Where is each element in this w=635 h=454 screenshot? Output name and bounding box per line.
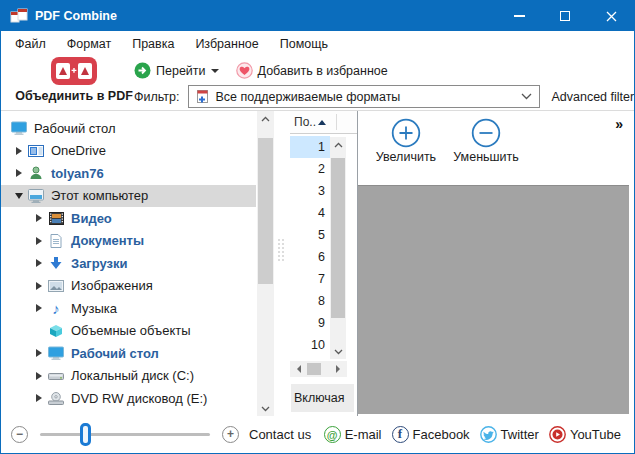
list-horizontal-scrollbar[interactable] bbox=[290, 361, 347, 377]
filter-combobox[interactable]: Все поддерживаемые форматы bbox=[188, 85, 540, 108]
go-button[interactable]: Перейти bbox=[134, 62, 219, 79]
disk-icon bbox=[47, 370, 65, 382]
expander-expanded-icon[interactable] bbox=[11, 193, 27, 199]
expander-collapsed-icon[interactable] bbox=[31, 259, 47, 267]
user-icon bbox=[27, 166, 45, 180]
scroll-right-icon[interactable] bbox=[336, 365, 344, 373]
expander-collapsed-icon[interactable] bbox=[31, 304, 47, 312]
slider-handle[interactable] bbox=[80, 423, 91, 446]
expander-collapsed-icon[interactable] bbox=[31, 214, 47, 222]
filter-row: Фильтр: Все поддерживаемые форматы Advan… bbox=[134, 85, 634, 108]
include-subfolders-button[interactable]: Включая bbox=[291, 384, 354, 412]
main-area: Рабочий стол OneDrive tolyan76 bbox=[1, 111, 634, 416]
minus-circle-icon bbox=[471, 118, 501, 148]
tree-item-onedrive[interactable]: OneDrive bbox=[1, 140, 256, 163]
tree-item-desktop-root[interactable]: Рабочий стол bbox=[1, 117, 256, 140]
scroll-down-icon[interactable] bbox=[330, 344, 346, 359]
expander-collapsed-icon[interactable] bbox=[31, 282, 47, 290]
scroll-up-icon[interactable] bbox=[257, 111, 274, 126]
expander-collapsed-icon[interactable] bbox=[31, 349, 47, 357]
more-tools-chevron[interactable]: » bbox=[615, 116, 623, 132]
social-links: E-mail Facebook Twitter YouTube bbox=[324, 426, 624, 443]
tree-item-documents[interactable]: Документы bbox=[1, 230, 256, 253]
youtube-icon bbox=[549, 426, 566, 443]
list-item[interactable]: 7 bbox=[290, 268, 330, 290]
youtube-link[interactable]: YouTube bbox=[549, 426, 621, 443]
tree-item-desktop[interactable]: Рабочий стол bbox=[1, 342, 256, 365]
list-item[interactable]: 10 bbox=[290, 334, 330, 356]
scroll-down-icon[interactable] bbox=[257, 401, 274, 416]
expander-collapsed-icon[interactable] bbox=[31, 237, 47, 245]
tree-item-dvd-drive-e[interactable]: DVD RW дисковод (E:) bbox=[1, 387, 256, 410]
combobox-chevron-icon[interactable] bbox=[521, 93, 532, 100]
tree-item-videos[interactable]: Видео bbox=[1, 207, 256, 230]
add-favorite-button[interactable]: Добавить в избранное bbox=[236, 62, 388, 79]
menu-file[interactable]: Файл bbox=[15, 37, 46, 51]
scroll-left-icon[interactable] bbox=[293, 365, 301, 373]
tree-vertical-scrollbar[interactable] bbox=[257, 111, 274, 416]
expander-collapsed-icon[interactable] bbox=[11, 147, 27, 155]
list-item[interactable]: 1 bbox=[290, 136, 330, 158]
menu-favorites[interactable]: Избранное bbox=[195, 37, 258, 51]
pdf-combine-window: PDF Combine Файл Формат Правка Избранное… bbox=[0, 0, 635, 454]
tree-item-music[interactable]: ♪ Музыка bbox=[1, 297, 256, 320]
tree-item-local-disk-c[interactable]: Локальный диск (C:) bbox=[1, 365, 256, 388]
close-button[interactable] bbox=[588, 1, 634, 31]
panel-splitter[interactable] bbox=[274, 111, 290, 416]
expander-collapsed-icon[interactable] bbox=[31, 394, 47, 402]
tree-item-label: Рабочий стол bbox=[34, 121, 116, 136]
twitter-link[interactable]: Twitter bbox=[480, 426, 539, 443]
plus-circle-icon bbox=[391, 118, 421, 148]
tree-item-label: Объемные объекты bbox=[71, 323, 191, 338]
minimize-icon bbox=[514, 15, 525, 17]
list-item[interactable]: 8 bbox=[290, 290, 330, 312]
list-item[interactable]: 3 bbox=[290, 180, 330, 202]
tree-item-this-pc[interactable]: Этот компьютер bbox=[1, 185, 256, 208]
zoom-in-button[interactable]: Увеличить bbox=[368, 118, 444, 164]
zoom-out-button[interactable]: Уменьшить bbox=[448, 118, 524, 164]
zoom-buttons: Увеличить Уменьшить bbox=[358, 111, 634, 164]
list-item[interactable]: 6 bbox=[290, 246, 330, 268]
file-order-body: 1 2 3 4 5 6 7 8 9 10 bbox=[290, 134, 357, 416]
scrollbar-thumb[interactable] bbox=[331, 158, 345, 318]
order-column-header[interactable]: По.. bbox=[290, 111, 357, 134]
videos-icon bbox=[47, 212, 65, 225]
menu-help[interactable]: Помощь bbox=[280, 37, 328, 51]
scrollbar-thumb[interactable] bbox=[258, 138, 273, 284]
advanced-filter-link[interactable]: Advanced filter bbox=[551, 90, 634, 104]
facebook-link[interactable]: Facebook bbox=[392, 426, 470, 443]
scrollbar-thumb[interactable] bbox=[307, 363, 321, 375]
list-item[interactable]: 5 bbox=[290, 224, 330, 246]
list-item[interactable]: 9 bbox=[290, 312, 330, 334]
email-link[interactable]: E-mail bbox=[324, 426, 382, 443]
expander-collapsed-icon[interactable] bbox=[11, 169, 27, 177]
sort-ascending-icon bbox=[318, 120, 326, 125]
minimize-button[interactable] bbox=[496, 1, 542, 31]
tree-item-user[interactable]: tolyan76 bbox=[1, 162, 256, 185]
expander-collapsed-icon[interactable] bbox=[31, 372, 47, 380]
list-item[interactable]: 4 bbox=[290, 202, 330, 224]
list-item[interactable]: 2 bbox=[290, 158, 330, 180]
documents-icon bbox=[47, 234, 65, 248]
list-vertical-scrollbar[interactable] bbox=[330, 137, 346, 359]
tree-item-downloads[interactable]: Загрузки bbox=[1, 252, 256, 275]
preview-area bbox=[358, 185, 629, 414]
tree-item-label: Загрузки bbox=[71, 256, 128, 271]
splitter-grip-icon bbox=[278, 239, 286, 263]
maximize-button[interactable] bbox=[542, 1, 588, 31]
tree-item-pictures[interactable]: Изображения bbox=[1, 275, 256, 298]
facebook-icon bbox=[392, 426, 409, 443]
contact-us-link[interactable]: Contact us bbox=[249, 427, 311, 442]
menu-format[interactable]: Формат bbox=[67, 37, 111, 51]
preview-panel: Увеличить Уменьшить » bbox=[358, 111, 634, 416]
combine-to-pdf-button[interactable]: Объединить в PDF bbox=[13, 57, 135, 103]
tree-item-label: Документы bbox=[71, 233, 144, 248]
slider-minus-button[interactable] bbox=[11, 426, 28, 443]
close-icon bbox=[606, 11, 617, 22]
go-icon bbox=[134, 62, 151, 79]
slider-plus-button[interactable] bbox=[222, 426, 239, 443]
menu-edit[interactable]: Правка bbox=[132, 37, 174, 51]
zoom-slider[interactable] bbox=[40, 433, 210, 436]
tree-item-3d-objects[interactable]: Объемные объекты bbox=[1, 320, 256, 343]
scroll-up-icon[interactable] bbox=[330, 137, 346, 152]
